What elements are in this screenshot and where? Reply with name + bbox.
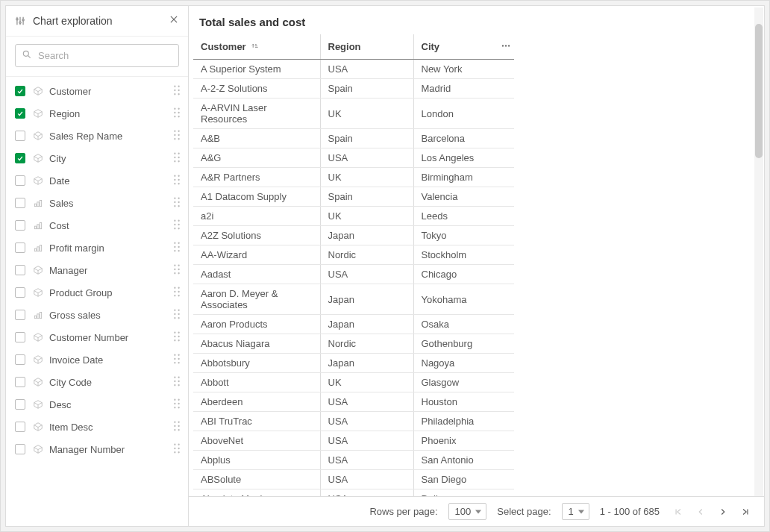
field-item[interactable]: Manager Number	[6, 438, 188, 460]
field-item[interactable]: Date	[6, 169, 188, 192]
field-checkbox[interactable]	[15, 242, 25, 253]
last-page-button[interactable]	[737, 504, 754, 520]
drag-handle-icon[interactable]	[170, 175, 184, 187]
field-item[interactable]: Item Desc	[6, 416, 188, 438]
table-row[interactable]: a2iUKLeeds	[193, 207, 514, 226]
field-checkbox[interactable]	[15, 131, 25, 141]
field-item[interactable]: Desc	[6, 393, 188, 416]
column-menu-icon[interactable]	[501, 40, 511, 53]
table-row[interactable]: AbbotsburyJapanNagoya	[193, 354, 514, 373]
table-row[interactable]: Aaron D. Meyer & AssociatesJapanYokohama	[193, 284, 514, 315]
field-checkbox[interactable]	[15, 444, 25, 454]
field-item[interactable]: Gross sales	[6, 304, 188, 326]
field-checkbox[interactable]	[15, 287, 25, 298]
drag-handle-icon[interactable]	[170, 197, 184, 210]
drag-handle-icon[interactable]	[170, 398, 184, 411]
table-row[interactable]: A&R PartnersUKBirmingham	[193, 168, 514, 187]
rows-per-page-select[interactable]: 100	[448, 503, 487, 520]
scrollbar-thumb[interactable]	[755, 24, 763, 158]
drag-handle-icon[interactable]	[170, 443, 184, 456]
field-checkbox[interactable]	[15, 198, 25, 208]
table-row[interactable]: Aaron ProductsJapanOsaka	[193, 315, 514, 334]
next-page-button[interactable]	[715, 504, 731, 520]
field-item[interactable]: Customer	[6, 80, 188, 102]
column-header-city[interactable]: City	[413, 34, 514, 60]
field-item[interactable]: Sales	[6, 192, 188, 214]
column-header-customer[interactable]: Customer	[193, 34, 320, 60]
field-checkbox[interactable]	[15, 377, 25, 387]
drag-handle-icon[interactable]	[170, 376, 184, 389]
field-item[interactable]: City	[6, 147, 188, 169]
drag-handle-icon[interactable]	[170, 242, 184, 254]
dimension-icon	[33, 422, 43, 432]
field-item[interactable]: City Code	[6, 371, 188, 393]
field-item[interactable]: Region	[6, 102, 188, 125]
svg-rect-42	[40, 201, 41, 207]
column-header-region[interactable]: Region	[320, 34, 413, 60]
field-item[interactable]: Product Group	[6, 281, 188, 304]
table-row[interactable]: AboveNetUSAPhoenix	[193, 431, 514, 451]
table-row[interactable]: A-2-Z SolutionsSpainMadrid	[193, 79, 514, 98]
field-item[interactable]: Manager	[6, 259, 188, 281]
table-row[interactable]: AA-WizardNordicStockholm	[193, 245, 514, 265]
field-checkbox[interactable]	[15, 354, 25, 365]
measure-icon	[33, 242, 43, 253]
svg-point-76	[178, 290, 179, 292]
field-item[interactable]: Sales Rep Name	[6, 125, 188, 147]
svg-point-86	[174, 317, 175, 319]
drag-handle-icon[interactable]	[170, 309, 184, 322]
table-row[interactable]: ABSoluteUSASan Diego	[193, 470, 514, 489]
table-cell: Osaka	[413, 315, 514, 334]
drag-handle-icon[interactable]	[170, 152, 184, 165]
drag-handle-icon[interactable]	[170, 354, 184, 366]
prev-page-button[interactable]	[692, 504, 709, 520]
table-row[interactable]: AadastUSAChicago	[193, 265, 514, 284]
field-checkbox[interactable]	[15, 108, 25, 119]
first-page-button[interactable]	[670, 504, 686, 520]
drag-handle-icon[interactable]	[170, 421, 184, 434]
search-input[interactable]	[37, 49, 172, 62]
drag-handle-icon[interactable]	[170, 331, 184, 344]
table-row[interactable]: A Superior SystemUSANew York	[193, 60, 514, 79]
field-item[interactable]: Invoice Date	[6, 348, 188, 371]
table-row[interactable]: A&BSpainBarcelona	[193, 129, 514, 148]
field-item[interactable]: Customer Number	[6, 326, 188, 348]
field-checkbox[interactable]	[15, 153, 25, 163]
drag-handle-icon[interactable]	[170, 264, 184, 277]
table-row[interactable]: AbbottUKGlasgow	[193, 373, 514, 392]
table-cell: AboveNet	[193, 431, 320, 451]
table-scroll[interactable]: Customer Region City	[193, 34, 764, 496]
table-row[interactable]: Absolute MagicUSADallas	[193, 489, 514, 497]
table-row[interactable]: A&GUSALos Angeles	[193, 148, 514, 168]
field-checkbox[interactable]	[15, 265, 25, 275]
field-label: Profit margin	[49, 242, 170, 254]
table-row[interactable]: AbplusUSASan Antonio	[193, 451, 514, 470]
svg-point-54	[174, 223, 175, 225]
drag-handle-icon[interactable]	[170, 219, 184, 232]
page-select[interactable]: 1	[562, 503, 589, 520]
table-row[interactable]: A2Z SolutionsJapanTokyo	[193, 226, 514, 245]
svg-point-107	[178, 398, 179, 400]
field-checkbox[interactable]	[15, 86, 25, 96]
drag-handle-icon[interactable]	[170, 130, 184, 143]
drag-handle-icon[interactable]	[170, 287, 184, 299]
drag-handle-icon[interactable]	[170, 85, 184, 98]
field-checkbox[interactable]	[15, 175, 25, 186]
field-checkbox[interactable]	[15, 422, 25, 432]
svg-point-15	[178, 93, 179, 95]
table-row[interactable]: A1 Datacom SupplySpainValencia	[193, 187, 514, 207]
field-checkbox[interactable]	[15, 220, 25, 231]
table-cell: UK	[320, 168, 413, 187]
table-row[interactable]: AberdeenUSAHouston	[193, 392, 514, 412]
drag-handle-icon[interactable]	[170, 107, 184, 120]
table-row[interactable]: ABI TruTracUSAPhiladelphia	[193, 412, 514, 431]
field-item[interactable]: Profit margin	[6, 237, 188, 259]
field-checkbox[interactable]	[15, 310, 25, 320]
field-checkbox[interactable]	[15, 332, 25, 342]
search-box[interactable]	[15, 44, 179, 67]
table-row[interactable]: Abacus NiagaraNordicGothenburg	[193, 334, 514, 354]
table-row[interactable]: A-ARVIN Laser ResourcesUKLondon	[193, 98, 514, 129]
close-icon[interactable]	[169, 14, 179, 28]
field-item[interactable]: Cost	[6, 214, 188, 237]
field-checkbox[interactable]	[15, 399, 25, 410]
